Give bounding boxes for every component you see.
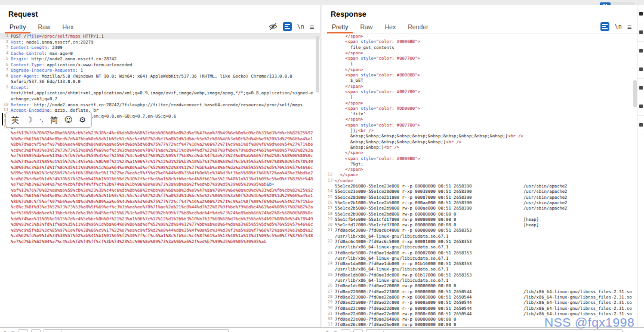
ime-settings-gear-icon[interactable]: ⚙ — [79, 115, 86, 124]
line-number: 31 — [322, 311, 335, 316]
line-number — [322, 128, 335, 133]
ime-fullhalf-moon-icon[interactable]: ☽ — [26, 115, 33, 124]
tab-raw[interactable]: Raw — [32, 21, 56, 33]
request-editor[interactable]: 1POST /?file=/proc/self/maps HTTP/1.12Ho… — [0, 33, 320, 328]
line-number: 16 — [322, 200, 335, 205]
inspector-section-icon[interactable] — [637, 23, 644, 42]
code-row: %e7%d7%b3%62%04%a7%c4%cb%fd%f4%ff%cf%3b%… — [0, 239, 320, 245]
tab-render[interactable]: Render — [402, 21, 434, 33]
hide-eye-icon[interactable] — [269, 23, 278, 30]
code-row: 9Accept: — [0, 85, 320, 91]
tab-raw[interactable]: Raw — [354, 21, 378, 33]
line-number: 32 — [322, 316, 335, 322]
code-row: ]);<br /> — [322, 128, 637, 133]
code-row: $_GET — [322, 78, 637, 83]
code-row: 277fd0ae220000-7fd0ae223000 r--p 0000000… — [322, 289, 637, 294]
search-next-button[interactable]: › — [353, 329, 363, 332]
ime-punctuation-icon[interactable]: ·, — [39, 116, 44, 124]
code-row: <span style="color: #007700"> — [322, 56, 637, 61]
inspector-section-icon[interactable] — [637, 60, 644, 79]
search-prev-button[interactable]: ‹ — [19, 329, 28, 332]
syntax-highlight-icon[interactable] — [600, 22, 609, 31]
inspector-section-icon[interactable] — [637, 42, 644, 60]
line-number — [0, 204, 11, 210]
editor-menu-icon[interactable]: ≡ — [627, 23, 631, 31]
ime-emoji-icon[interactable]: ☺ — [64, 115, 73, 124]
line-number — [322, 139, 335, 145]
code-row: 8User-Agent: Mozilla/5.0 (Windows NT 10.… — [0, 73, 320, 79]
code-row: <span style="color: #DD0000"> — [322, 106, 637, 111]
search-prev-button[interactable]: ‹ — [341, 329, 350, 332]
newline-toggle-icon[interactable]: \n — [297, 23, 304, 30]
line-number — [322, 233, 335, 239]
code-row: %8b%7d%0c%f5%ef%97%b6%ee%48%dd%0e%09%aa%… — [0, 142, 320, 147]
code-row: <span style="color: #0000BB"> — [322, 39, 637, 44]
code-row: 12 </span> — [322, 172, 637, 177]
line-number — [322, 150, 335, 155]
code-row: %c8%c3%8f%93%e3%52%73%73%53%a0%5f%69%ef%… — [0, 204, 320, 210]
inspector-section-icon[interactable] — [637, 116, 644, 134]
line-number: 25 — [322, 272, 335, 278]
line-number — [0, 130, 11, 136]
line-number — [322, 56, 335, 61]
watermark: NSS @fqx1998 — [544, 315, 634, 330]
code-row: 2Host: node1.anna.nssctf.cn:28279 — [0, 39, 320, 45]
line-number — [322, 256, 335, 261]
request-search-input[interactable] — [44, 329, 229, 332]
line-number: 8 — [0, 73, 11, 79]
line-number: 4 — [0, 51, 11, 57]
line-number — [0, 159, 11, 165]
tab-pretty[interactable]: Pretty — [4, 21, 32, 33]
inspector-section-icon[interactable] — [637, 79, 644, 97]
request-panel-title: Request — [0, 5, 320, 20]
code-row: %0d%cf%61%67%64%e8%cd%7d%47%ba%0e%5d%1b%… — [0, 193, 320, 199]
line-number — [322, 106, 335, 111]
inspector-section-icon[interactable] — [637, 5, 644, 23]
code-row: %dd%74%ae%31%05%d1%15%7d%c4%5e%bc%0b%0f%… — [0, 216, 320, 222]
line-number: 14 — [322, 189, 335, 194]
tab-pretty[interactable]: Pretty — [326, 21, 354, 33]
code-row: %af%13%76%70%82%a0%a6%58%cb%3e%23%38%c4%… — [0, 130, 320, 136]
line-number — [0, 96, 11, 102]
ime-english-mode[interactable]: 英 — [11, 115, 19, 125]
line-number — [0, 165, 11, 171]
line-number: 19 — [322, 217, 335, 222]
line-number: 2 — [0, 39, 11, 45]
inspector-section-icon[interactable] — [637, 97, 644, 116]
code-row: [ — [322, 94, 637, 100]
syntax-highlight-icon[interactable] — [283, 22, 292, 31]
line-number — [322, 278, 335, 283]
code-row: 6Content-Type: application/x-www-form-ur… — [0, 62, 320, 68]
line-number — [322, 78, 335, 83]
line-number — [322, 161, 335, 167]
line-number — [322, 156, 335, 161]
tab-hex[interactable]: Hex — [56, 21, 79, 33]
inspector-collapsed-strip[interactable] — [637, 5, 644, 332]
code-row: /usr/lib/x86_64-linux-gnu/libicudata.so.… — [322, 244, 637, 250]
line-number — [322, 167, 335, 172]
line-number — [0, 136, 11, 142]
tab-hex[interactable]: Hex — [378, 21, 402, 33]
newline-toggle-icon[interactable]: \n — [615, 23, 622, 30]
line-number — [322, 39, 335, 44]
line-number — [322, 45, 335, 50]
line-number — [0, 170, 11, 176]
code-row: 287fd0ae223000-7fd0ae22a000 r-xp 0000300… — [322, 294, 637, 300]
line-number — [322, 67, 335, 72]
code-row: 55e1ce206000-55e1ce23e000 r--p 00000000 … — [322, 183, 637, 189]
ime-simplified-mode[interactable]: 简 — [50, 115, 58, 125]
line-number — [322, 183, 335, 189]
editor-menu-icon[interactable]: ≡ — [310, 23, 314, 31]
line-number: 5 — [0, 56, 11, 62]
line-number — [322, 266, 335, 272]
line-number — [322, 33, 335, 39]
line-number — [0, 193, 11, 199]
code-row: 247fd0ae1da000-7fd0ae1db000 r--p 01b1600… — [322, 261, 637, 266]
code-row: file_get_contents — [322, 45, 637, 50]
line-number — [322, 94, 335, 100]
line-number: 20 — [322, 222, 335, 228]
ime-toolbar[interactable]: 英☽·,简☺⚙ — [5, 112, 92, 128]
response-editor[interactable]: </span> <span style="color: #0000BB"> fi… — [322, 33, 637, 328]
search-next-button[interactable]: › — [31, 329, 41, 332]
request-scrollbar[interactable] — [316, 36, 319, 93]
